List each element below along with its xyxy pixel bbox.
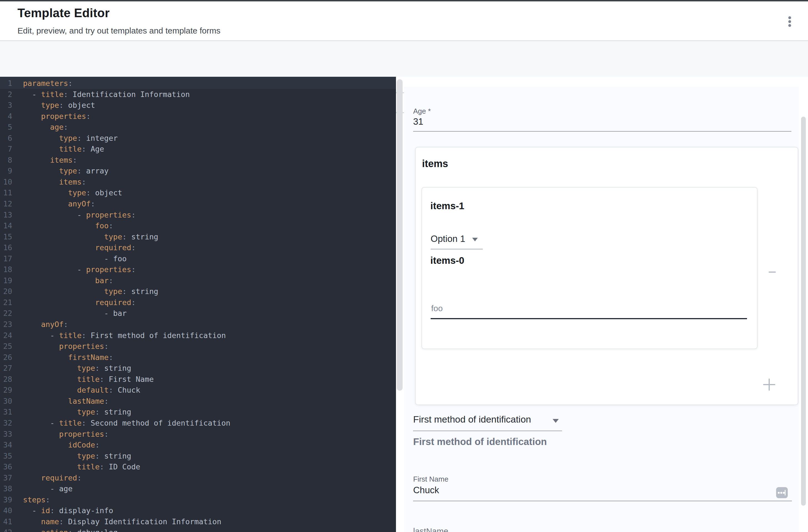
code-line[interactable]: 8 items: <box>0 155 396 166</box>
code-line[interactable]: 36 title: ID Code <box>0 461 396 472</box>
arrow-drop-down-icon[interactable] <box>472 238 478 241</box>
code-line[interactable]: 26 firstName: <box>0 352 396 363</box>
code-line[interactable]: 13 - properties: <box>0 209 396 221</box>
method-select[interactable]: First method of identification <box>413 414 531 425</box>
code-line[interactable]: 2 - title: Identification Information <box>0 89 396 100</box>
code-text: required: <box>23 472 81 483</box>
remove-item-button[interactable] <box>765 265 779 279</box>
line-number: 33 <box>0 429 12 440</box>
line-number: 4 <box>0 111 12 122</box>
code-line[interactable]: 40 - id: display-info <box>0 505 396 516</box>
code-text: properties: <box>23 341 109 352</box>
code-text: title: First Name <box>23 374 153 385</box>
code-line[interactable]: 29 default: Chuck <box>0 385 396 396</box>
code-line[interactable]: 9 type: array <box>0 166 396 176</box>
foo-input[interactable] <box>430 305 747 318</box>
code-line[interactable]: 10 items: <box>0 176 396 188</box>
code-line[interactable]: 27 type: string <box>0 363 396 374</box>
code-line[interactable]: 19 bar: <box>0 275 396 286</box>
window-top-strip <box>0 0 808 1</box>
code-text: - title: First method of identification <box>23 330 226 341</box>
code-text: lastName: <box>23 396 109 407</box>
code-text: title: ID Code <box>23 461 140 472</box>
code-line[interactable]: 42 action: debug:log <box>0 527 396 532</box>
code-lines: 1parameters:2 - title: Identification In… <box>0 78 396 532</box>
code-line[interactable]: 37 required: <box>0 472 396 483</box>
line-number: 2 <box>0 89 12 100</box>
age-input[interactable]: 31 <box>413 116 423 127</box>
first-name-input[interactable]: Chuck <box>413 485 439 495</box>
line-number: 25 <box>0 341 12 352</box>
editor-scrollbar[interactable] <box>397 79 403 391</box>
code-text: type: integer <box>23 133 117 144</box>
code-line[interactable]: 30 lastName: <box>0 396 396 407</box>
code-text: steps: <box>23 494 50 506</box>
plus-icon <box>769 379 770 391</box>
foo-input-underline-focused <box>430 318 747 319</box>
code-line[interactable]: 28 title: First Name <box>0 374 396 385</box>
line-number: 31 <box>0 406 12 418</box>
code-line[interactable]: 15 type: string <box>0 231 396 243</box>
code-text: name: Display Identification Information <box>23 516 221 527</box>
line-number: 3 <box>0 100 12 111</box>
code-line[interactable]: 31 type: string <box>0 406 396 418</box>
line-number: 18 <box>0 264 12 275</box>
code-line[interactable]: 41 name: Display Identification Informat… <box>0 516 396 527</box>
code-text: type: object <box>23 100 95 111</box>
code-line[interactable]: 16 required: <box>0 242 396 253</box>
code-text: default: Chuck <box>23 385 140 396</box>
autofill-icon[interactable] <box>776 487 788 498</box>
code-text: - foo <box>23 253 127 264</box>
code-text: - age <box>23 483 73 494</box>
code-line[interactable]: 18 - properties: <box>0 264 396 275</box>
code-line[interactable]: 21 required: <box>0 297 396 308</box>
code-text: type: string <box>23 286 158 297</box>
form-panel-scrollbar[interactable] <box>801 117 806 506</box>
code-line[interactable]: 1parameters: <box>0 78 396 89</box>
code-text: - properties: <box>23 264 135 275</box>
code-text: firstName: <box>23 352 113 363</box>
code-line[interactable]: 20 type: string <box>0 286 396 297</box>
code-line[interactable]: 24 - title: First method of identificati… <box>0 330 396 341</box>
code-line[interactable]: 6 type: integer <box>0 133 396 144</box>
code-line[interactable]: 22 - bar <box>0 308 396 319</box>
line-number: 7 <box>0 144 12 155</box>
code-text: - bar <box>23 308 127 319</box>
arrow-drop-down-icon[interactable] <box>553 419 559 423</box>
method-select-underline <box>413 431 562 431</box>
code-line[interactable]: 5 age: <box>0 122 396 133</box>
code-line[interactable]: 33 properties: <box>0 429 396 440</box>
code-line[interactable]: 25 properties: <box>0 341 396 352</box>
code-line[interactable]: 3 type: object <box>0 100 396 111</box>
line-number: 20 <box>0 286 12 297</box>
minus-icon <box>769 271 776 273</box>
code-text: required: <box>23 297 135 308</box>
first-name-label: First Name <box>413 475 448 483</box>
items-1-card <box>421 187 757 349</box>
template-editor-page: Template Editor Edit, preview, and try o… <box>0 0 808 532</box>
line-number: 16 <box>0 242 12 253</box>
yaml-code-editor[interactable]: 1parameters:2 - title: Identification In… <box>0 77 396 532</box>
line-number: 14 <box>0 220 12 231</box>
code-line[interactable]: 35 type: string <box>0 451 396 462</box>
code-line[interactable]: 11 type: object <box>0 187 396 198</box>
code-line[interactable]: 4 properties: <box>0 111 396 122</box>
code-text: items: <box>23 155 77 166</box>
items-1-title: items-1 <box>430 200 464 211</box>
code-line[interactable]: 12 anyOf: <box>0 198 396 209</box>
code-line[interactable]: 7 title: Age <box>0 144 396 155</box>
code-line[interactable]: 14 foo: <box>0 220 396 231</box>
code-line[interactable]: 34 idCode: <box>0 439 396 451</box>
option-select[interactable]: Option 1 <box>430 233 465 244</box>
add-item-button[interactable] <box>762 377 776 392</box>
line-number: 9 <box>0 166 12 176</box>
line-number: 19 <box>0 275 12 286</box>
code-line[interactable]: 23 anyOf: <box>0 319 396 330</box>
code-line[interactable]: 32 - title: Second method of identificat… <box>0 418 396 429</box>
more-vert-icon[interactable] <box>786 14 793 28</box>
code-line[interactable]: 39steps: <box>0 494 396 506</box>
line-number: 39 <box>0 494 12 506</box>
code-line[interactable]: 38 - age <box>0 483 396 494</box>
line-number: 24 <box>0 330 12 341</box>
code-line[interactable]: 17 - foo <box>0 253 396 264</box>
